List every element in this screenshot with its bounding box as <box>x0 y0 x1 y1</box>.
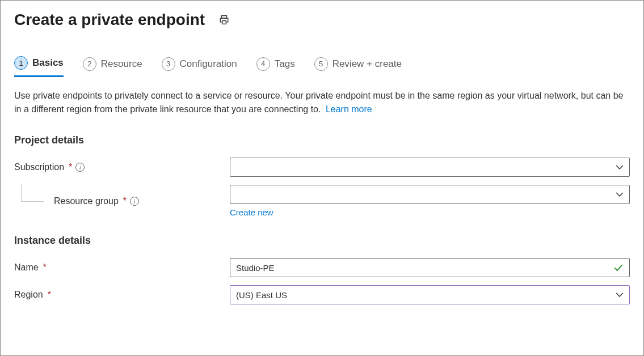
tab-review-create[interactable]: 5 Review + create <box>314 56 402 77</box>
project-details-title: Project details <box>14 134 630 146</box>
tab-configuration[interactable]: 3 Configuration <box>162 56 237 77</box>
required-indicator: * <box>48 290 51 300</box>
instance-details-title: Instance details <box>14 235 630 247</box>
tab-tags[interactable]: 4 Tags <box>256 56 295 77</box>
required-indicator: * <box>123 196 127 206</box>
tab-label: Configuration <box>180 58 237 70</box>
info-icon[interactable]: i <box>130 197 139 206</box>
name-label: Name <box>14 262 39 273</box>
print-icon[interactable] <box>218 14 230 26</box>
wizard-tabs: 1 Basics 2 Resource 3 Configuration 4 Ta… <box>14 56 630 78</box>
region-dropdown[interactable]: (US) East US <box>230 285 630 304</box>
tab-num: 2 <box>83 57 96 71</box>
chevron-down-icon <box>616 163 624 171</box>
indent-line <box>21 184 44 202</box>
info-icon[interactable]: i <box>75 163 85 172</box>
tab-label: Resource <box>101 58 142 70</box>
tab-num: 5 <box>314 57 328 71</box>
tab-label: Review + create <box>332 58 402 70</box>
required-indicator: * <box>69 162 72 172</box>
chevron-down-icon <box>616 291 624 299</box>
tab-label: Basics <box>32 57 64 69</box>
description-text: Use private endpoints to privately conne… <box>14 89 630 116</box>
page-title: Create a private endpoint <box>14 11 205 29</box>
tab-label: Tags <box>275 58 295 70</box>
tab-num: 1 <box>14 56 28 70</box>
subscription-dropdown[interactable] <box>230 158 630 177</box>
resource-group-dropdown[interactable] <box>230 185 630 204</box>
resource-group-label: Resource group <box>54 196 119 206</box>
description-body: Use private endpoints to privately conne… <box>14 91 623 114</box>
instance-details-section: Instance details Name * Studio-PE Region… <box>14 235 630 304</box>
learn-more-link[interactable]: Learn more <box>326 104 372 114</box>
region-label: Region <box>14 290 43 300</box>
subscription-label: Subscription <box>14 162 64 172</box>
required-indicator: * <box>43 262 47 273</box>
region-value: (US) East US <box>236 290 287 300</box>
tab-num: 4 <box>256 57 270 71</box>
tab-resource[interactable]: 2 Resource <box>83 56 142 77</box>
svg-rect-1 <box>222 21 226 24</box>
chevron-down-icon <box>616 190 624 198</box>
tab-num: 3 <box>162 57 175 71</box>
tab-basics[interactable]: 1 Basics <box>14 56 64 77</box>
name-value: Studio-PE <box>236 263 275 273</box>
create-new-link[interactable]: Create new <box>230 207 273 217</box>
name-input[interactable]: Studio-PE <box>230 258 630 277</box>
check-icon <box>613 262 624 273</box>
project-details-section: Project details Subscription * i Resourc… <box>14 134 630 218</box>
